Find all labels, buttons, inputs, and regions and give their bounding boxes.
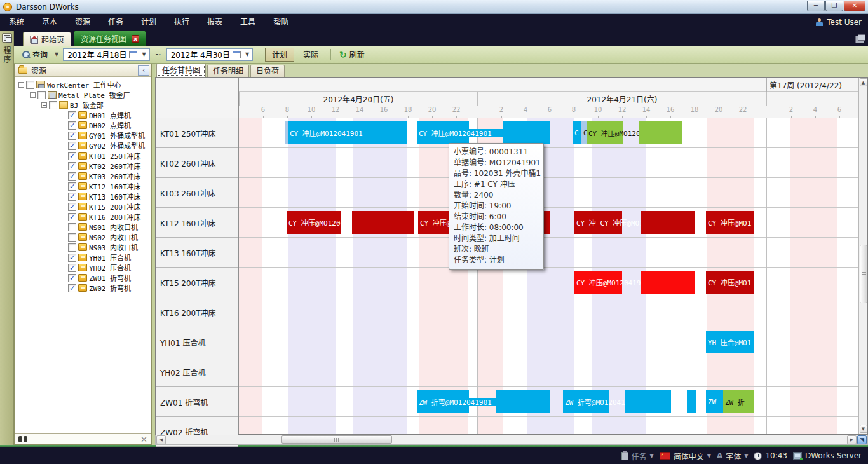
dropdown-caret-icon[interactable]: ▼	[707, 453, 711, 459]
tree-expander-icon[interactable]: −	[41, 102, 47, 108]
tree-checkbox[interactable]	[68, 142, 76, 150]
tree-checkbox[interactable]	[37, 91, 46, 99]
gantt-bar[interactable]	[641, 211, 695, 234]
gantt-bar[interactable]: ZW 折	[723, 390, 754, 413]
tree-checkbox[interactable]	[68, 243, 76, 252]
refresh-button[interactable]: ↻ 刷新	[337, 48, 367, 61]
tree-item[interactable]: GY02 外桶成型机	[15, 140, 151, 151]
tree-checkbox[interactable]	[68, 274, 76, 282]
tree-item[interactable]: NS03 内收口机	[15, 242, 151, 252]
program-strip-label[interactable]: 程序	[1, 46, 12, 64]
close-button[interactable]: ✕	[844, 1, 865, 11]
gantt-bar[interactable]: CY 冲压@MO1	[706, 211, 754, 234]
gantt-bar[interactable]	[641, 271, 695, 294]
scroll-up-icon[interactable]: ▲	[860, 78, 867, 86]
tree-checkbox[interactable]	[49, 101, 57, 109]
gantt-bar[interactable]: ZW 折弯@MO12041901	[563, 390, 609, 413]
restore-button[interactable]: ❐	[825, 1, 843, 11]
tree-checkbox[interactable]	[68, 254, 76, 262]
tree-item[interactable]: DH01 点焊机	[15, 110, 151, 120]
gantt-bar[interactable]: ZW 折弯@MO12041901	[417, 390, 469, 413]
tree-item[interactable]: GY01 外桶成型机	[15, 130, 151, 140]
program-panel-icon[interactable]	[2, 33, 12, 43]
gantt-bar[interactable]	[503, 121, 550, 144]
tree-item[interactable]: −BJ 钣金部	[15, 100, 151, 110]
gantt-bar[interactable]	[639, 121, 682, 144]
gantt-bar[interactable]	[496, 390, 550, 413]
gantt-bar[interactable]: C	[581, 121, 587, 144]
dropdown-caret-icon[interactable]: ▼	[650, 453, 654, 459]
tree-checkbox[interactable]	[68, 111, 76, 119]
date-from-caret[interactable]: ▼	[140, 51, 147, 57]
menu-item-6[interactable]: 报表	[198, 14, 231, 31]
horizontal-scroll-thumb[interactable]	[281, 435, 392, 444]
scroll-down-icon[interactable]: ▼	[860, 425, 867, 433]
tree-item[interactable]: KT16 200T冲床	[15, 212, 151, 222]
date-to-caret[interactable]: ▼	[243, 51, 251, 57]
gantt-bar[interactable]: CY 冲 CY 冲压@MO12041904	[574, 211, 622, 234]
gantt-bar[interactable]: CY 冲压@MO12041901	[417, 121, 469, 144]
gantt-bar[interactable]: CY 冲压@MO12041903	[574, 271, 622, 294]
tree-checkbox[interactable]	[68, 132, 76, 140]
gantt-bar[interactable]: CY 冲压@MO12041902	[587, 121, 623, 144]
tree-checkbox[interactable]	[68, 284, 76, 292]
clear-filter-icon[interactable]: ✕	[140, 435, 147, 444]
menu-item-3[interactable]: 任务	[99, 14, 132, 31]
gantt-tab-2[interactable]: 日负荷	[250, 65, 285, 77]
binoculars-icon[interactable]	[18, 436, 27, 442]
gantt-bar[interactable]: YH 压合@MO1	[706, 331, 754, 353]
tree-checkbox[interactable]	[68, 193, 76, 201]
tree-item[interactable]: KT15 200T冲床	[15, 201, 151, 212]
actual-toggle-button[interactable]: 实际	[297, 48, 325, 62]
menu-item-0[interactable]: 系统	[0, 14, 33, 31]
minimize-button[interactable]: −	[807, 1, 825, 11]
tab-resource-task-view[interactable]: 资源任务视图 x	[74, 31, 146, 46]
tree-checkbox[interactable]	[68, 223, 76, 231]
tree-item[interactable]: YH02 压合机	[15, 263, 151, 273]
date-to-field[interactable]: 2012年 4月30日 ▼	[166, 48, 253, 61]
menu-item-5[interactable]: 执行	[165, 14, 198, 31]
scroll-left-icon[interactable]: ◀	[156, 435, 166, 444]
tree-item[interactable]: −Metal Plate 钣金厂	[15, 90, 151, 100]
vertical-scrollbar[interactable]: ▲ ▼	[858, 78, 867, 434]
tree-item[interactable]: KT03 260T冲床	[15, 171, 151, 181]
status-item-4[interactable]: DWorks Server	[793, 451, 862, 460]
gantt-bar[interactable]	[625, 390, 671, 413]
status-item-0[interactable]: 任务▼	[621, 451, 654, 461]
gantt-tab-0[interactable]: 任务甘特图	[156, 64, 206, 77]
menu-item-4[interactable]: 计划	[132, 14, 165, 31]
window-list-icon[interactable]	[855, 36, 864, 43]
tree-item[interactable]: KT13 160T冲床	[15, 191, 151, 201]
tree-checkbox[interactable]	[68, 264, 76, 272]
tree-expander-icon[interactable]: −	[30, 92, 36, 98]
gantt-bar[interactable]: CY 冲压@MO12041901	[288, 121, 407, 144]
tree-item[interactable]: KT12 160T冲床	[15, 181, 151, 191]
query-dropdown-caret[interactable]: ▼	[53, 51, 60, 57]
tree-checkbox[interactable]	[68, 182, 76, 191]
horizontal-scrollbar[interactable]: ◀ ▶ ◥	[155, 435, 868, 445]
menu-item-2[interactable]: 资源	[66, 14, 99, 31]
menu-item-7[interactable]: 工具	[231, 14, 264, 31]
date-from-field[interactable]: 2012年 4月18日 ▼	[63, 48, 149, 61]
tree-item[interactable]: KT01 250T冲床	[15, 151, 151, 161]
tab-close-icon[interactable]: x	[132, 35, 139, 43]
tree-checkbox[interactable]	[68, 121, 76, 130]
dropdown-caret-icon[interactable]: ▼	[744, 453, 748, 459]
gantt-bar[interactable]	[352, 211, 414, 234]
gantt-bar[interactable]: CY 冲压@MO1	[706, 271, 754, 294]
tree-item[interactable]: YH01 压合机	[15, 252, 151, 263]
plan-toggle-button[interactable]: 计划	[265, 48, 294, 62]
tree-expander-icon[interactable]: −	[18, 82, 24, 88]
status-item-2[interactable]: A字体▼	[717, 451, 748, 461]
menu-item-8[interactable]: 帮助	[264, 14, 297, 31]
tree-item[interactable]: NS02 内收口机	[15, 232, 151, 242]
expand-view-icon[interactable]: ◥	[857, 435, 867, 444]
tree-item[interactable]: DH02 点焊机	[15, 120, 151, 130]
tree-checkbox[interactable]	[68, 152, 76, 160]
tree-checkbox[interactable]	[68, 213, 76, 221]
gantt-tab-1[interactable]: 任务明细	[207, 65, 249, 77]
tree-item[interactable]: −WorkCenter 工作中心	[15, 79, 151, 90]
tree-checkbox[interactable]	[68, 203, 76, 211]
status-item-1[interactable]: 简体中文▼	[660, 451, 711, 461]
menu-item-1[interactable]: 基本	[33, 14, 66, 31]
